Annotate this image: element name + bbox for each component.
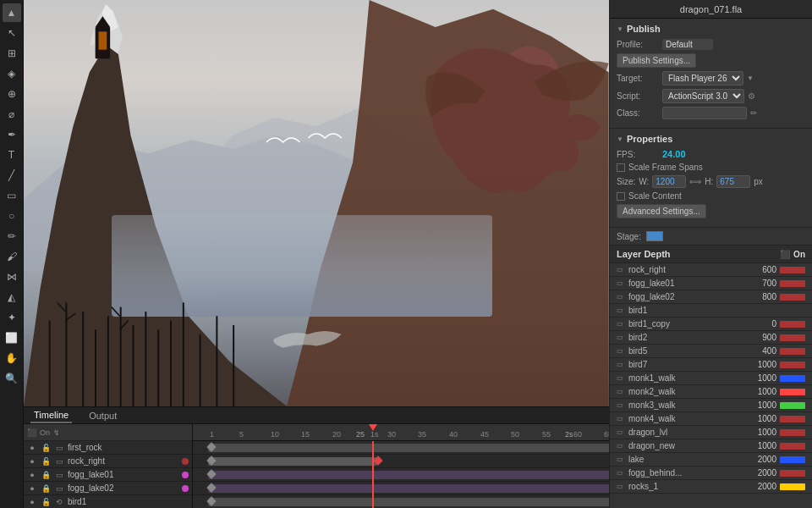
size-h-input[interactable] xyxy=(716,175,750,188)
advanced-settings-button[interactable]: Advanced Settings... xyxy=(617,204,706,218)
fps-row: FPS: 24.00 xyxy=(617,149,805,159)
frame-bar xyxy=(208,457,377,466)
layer-depth-row[interactable]: ▭monk3_walk1000 xyxy=(610,399,812,412)
layer-depth-row[interactable]: ▭bird1_copy0 xyxy=(610,318,812,331)
fps-value[interactable]: 24.00 xyxy=(662,149,686,159)
layer-depth-title: Layer Depth xyxy=(617,249,671,259)
layer-type-icon: ▭ xyxy=(54,456,64,467)
size-h-label: H: xyxy=(705,177,713,186)
text-tool[interactable]: T xyxy=(3,146,21,164)
properties-section-header[interactable]: ▼ Properties xyxy=(617,134,805,144)
layer-depth-row[interactable]: ▭bird5400 xyxy=(610,345,812,358)
3d-tool[interactable]: ⊕ xyxy=(3,85,21,103)
paint-bucket-tool[interactable]: ◭ xyxy=(3,288,21,306)
class-settings-icon[interactable]: ✏ xyxy=(750,108,757,118)
layer-lock-icon[interactable]: 🔓 xyxy=(41,443,51,453)
timeline-header: ⬛ On ↯ xyxy=(24,424,192,441)
layer-eye-icon[interactable]: ● xyxy=(27,497,37,507)
script-settings-icon[interactable]: ⚙ xyxy=(748,91,755,101)
layer-depth-row[interactable]: ▭rock_right600 xyxy=(610,263,812,277)
scale-frame-checkbox[interactable] xyxy=(617,163,625,172)
layer-name: bird1 xyxy=(68,497,189,506)
layer-eye-icon[interactable]: ● xyxy=(27,470,37,480)
layer-depth-name: lake xyxy=(628,455,739,464)
arrow-tool[interactable]: ▲ xyxy=(3,3,21,22)
layer-depth-row[interactable]: ▭fogg_behind...2000 xyxy=(610,467,812,480)
layer-depth-row[interactable]: ▭monk2_walk1000 xyxy=(610,385,812,399)
layer-lock-icon[interactable]: 🔓 xyxy=(41,497,51,507)
layer-depth-row[interactable]: ▭dragon_new1000 xyxy=(610,439,812,453)
layer-depth-value: 1000 xyxy=(743,428,776,437)
oval-tool[interactable]: ○ xyxy=(3,207,21,225)
layer-depth-row[interactable]: ▭bird1 xyxy=(610,304,812,318)
right-panel: dragon_071.fla ▼ Publish Profile: Defaul… xyxy=(609,0,812,508)
ink-bottle-tool[interactable]: ⋈ xyxy=(3,268,21,286)
script-dropdown[interactable]: ActionScript 3.0 xyxy=(662,89,744,103)
link-dimensions-icon[interactable]: ⟺ xyxy=(689,177,701,186)
canvas-area[interactable] xyxy=(24,0,609,406)
layer-depth-row[interactable]: ▭lake2000 xyxy=(610,453,812,467)
publish-settings-button[interactable]: Publish Settings... xyxy=(617,53,696,68)
layer-row-fogg-lake02[interactable]: ● 🔒 ▭ fogg_lake02 xyxy=(24,482,192,495)
layer-depth-icon: ▭ xyxy=(617,320,625,329)
layer-lock-icon[interactable]: 🔓 xyxy=(41,456,51,467)
frame-row xyxy=(193,468,609,482)
eraser-tool[interactable]: ⬜ xyxy=(3,329,21,347)
rect-tool[interactable]: ▭ xyxy=(3,186,21,205)
hand-tool[interactable]: ✋ xyxy=(3,349,21,367)
line-tool[interactable]: ╱ xyxy=(3,166,21,185)
on-toggle[interactable]: ⬛ On xyxy=(780,250,805,259)
layer-depth-color xyxy=(780,402,805,409)
layer-depth-icon: ▭ xyxy=(617,415,625,423)
size-w-input[interactable] xyxy=(652,175,686,188)
stage-label: Stage: xyxy=(617,232,641,241)
zoom-tool[interactable]: 🔍 xyxy=(3,369,21,388)
layer-row-fogg-lake01[interactable]: ● 🔒 ▭ fogg_lake01 xyxy=(24,468,192,482)
layer-depth-row[interactable]: ▭bird2900 xyxy=(610,331,812,345)
layer-lock-icon[interactable]: 🔒 xyxy=(41,483,51,494)
layer-depth-name: fogg_behind... xyxy=(628,468,739,478)
timeline-frames[interactable]: 1 5 10 15 20 25 1s 30 35 40 45 50 55 60 … xyxy=(193,424,609,508)
layer-depth-value: 1000 xyxy=(743,400,776,410)
target-dropdown[interactable]: Flash Player 26 xyxy=(662,71,743,86)
layer-depth-row[interactable]: ▭fogg_lake01700 xyxy=(610,277,812,290)
layer-eye-icon[interactable]: ● xyxy=(27,483,37,494)
layer-depth-row[interactable]: ▭monk1_walk1000 xyxy=(610,372,812,385)
layer-depth-row[interactable]: ▭monk4_walk1000 xyxy=(610,412,812,426)
size-row: Size: W: ⟺ H: px xyxy=(617,175,805,188)
frame-bar xyxy=(208,444,609,452)
layer-depth-name: dragon_new xyxy=(628,441,739,450)
brush-tool[interactable]: 🖌 xyxy=(3,247,21,266)
transform-tool[interactable]: ⊞ xyxy=(3,44,21,63)
subselect-tool[interactable]: ↖ xyxy=(3,24,21,42)
scale-content-checkbox[interactable] xyxy=(617,192,625,201)
scale-frame-row: Scale Frame Spans xyxy=(617,163,805,172)
layer-row-first-rock[interactable]: ● 🔓 ▭ first_rock xyxy=(24,441,192,455)
gradient-tool[interactable]: ◈ xyxy=(3,64,21,83)
layer-depth-row[interactable]: ▭fogg_lake02800 xyxy=(610,290,812,304)
layer-depth-name: bird1 xyxy=(628,306,739,315)
eyedropper-tool[interactable]: ✦ xyxy=(3,308,21,327)
tab-timeline[interactable]: Timeline xyxy=(30,408,72,423)
publish-section-header[interactable]: ▼ Publish xyxy=(617,24,805,34)
layer-depth-row[interactable]: ▭dragon_lvl1000 xyxy=(610,426,812,439)
pencil-tool[interactable]: ✏ xyxy=(3,227,21,246)
pen-tool[interactable]: ✒ xyxy=(3,125,21,144)
layer-depth-row[interactable]: ▭rocks_12000 xyxy=(610,480,812,494)
tab-output[interactable]: Output xyxy=(85,409,120,422)
layer-depth-color xyxy=(780,375,805,382)
layer-depth-name: fogg_lake01 xyxy=(628,279,739,288)
layer-depth-row[interactable]: ▭bird71000 xyxy=(610,358,812,372)
layer-eye-icon[interactable]: ● xyxy=(27,456,37,467)
left-toolbar: ▲ ↖ ⊞ ◈ ⊕ ⌀ ✒ T ╱ ▭ ○ ✏ 🖌 ⋈ ◭ ✦ ⬜ ✋ 🔍 xyxy=(0,0,24,508)
layer-lock-icon[interactable]: 🔒 xyxy=(41,470,51,480)
layer-type-icon: ⟲ xyxy=(54,497,64,507)
layer-depth-value: 1000 xyxy=(743,414,776,423)
lasso-tool[interactable]: ⌀ xyxy=(3,105,21,124)
layer-row-rock-right[interactable]: ● 🔓 ▭ rock_right xyxy=(24,455,192,468)
layer-eye-icon[interactable]: ● xyxy=(27,443,37,453)
stage-color-swatch[interactable] xyxy=(646,231,663,241)
class-input[interactable] xyxy=(662,107,747,119)
layer-name: first_rock xyxy=(68,443,189,452)
layer-row-bird1[interactable]: ● 🔓 ⟲ bird1 xyxy=(24,495,192,508)
